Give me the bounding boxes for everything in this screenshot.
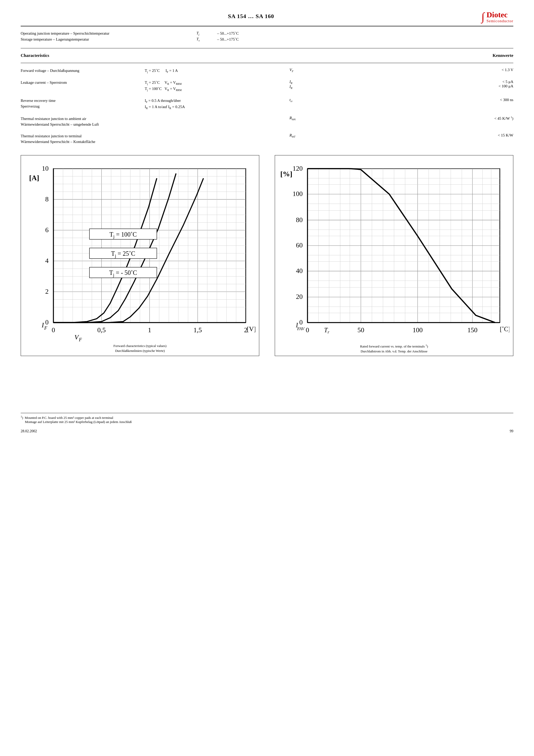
temperature-section: Operating junction temperature – Sperrsc… [21, 31, 513, 42]
char-row-rrt: Reverse recovery time Sperrverzug IF = 0… [21, 98, 513, 110]
graph-forward-caption-en: Forward characteristics (typical values) [25, 344, 255, 348]
char-symbol-tt: RthT [289, 133, 321, 138]
char-row-thermal-ambient: Thermal resistance junction to ambient a… [21, 116, 513, 127]
temp-value-tj: – 50...+175˚C [217, 31, 513, 36]
svg-text:F: F [44, 325, 47, 331]
svg-text:60: 60 [296, 241, 303, 249]
svg-text:0: 0 [299, 318, 303, 326]
char-cond-rrt: IF = 0.5 A through/über IR = 1 A to/auf … [145, 98, 289, 110]
kennwerte-title: Kennwerte [493, 53, 513, 58]
char-value-lc: < 5 μA < 100 μA [321, 80, 513, 89]
svg-text:50: 50 [358, 326, 364, 334]
svg-text:100: 100 [293, 190, 303, 198]
footer-page: 99 [510, 429, 513, 433]
graph-rated-current: 0 20 40 60 80 100 120 [%] 0 Tr 50 100 15… [275, 155, 513, 356]
svg-text:V: V [74, 333, 79, 341]
footer-date: 28.02.2002 [21, 429, 37, 433]
svg-text:F: F [79, 337, 82, 342]
svg-text:0,5: 0,5 [97, 326, 106, 334]
char-row-forward-voltage: Forward voltage – Durchlaßspannung Tj = … [21, 68, 513, 74]
svg-text:6: 6 [45, 226, 49, 233]
char-name-ta: Thermal resistance junction to ambient a… [21, 116, 145, 127]
temp-label-junction: Operating junction temperature – Sperrsc… [21, 31, 197, 36]
char-cond-fv: Tj = 25˚C IF = 1 A [145, 68, 289, 74]
svg-text:10: 10 [42, 164, 49, 172]
svg-text:120: 120 [293, 164, 303, 172]
svg-text:0: 0 [306, 326, 309, 334]
temp-symbol-tj: Tj [197, 31, 217, 36]
char-value-fv: < 1.3 V [321, 68, 513, 72]
page-header: SA 154 … SA 160 ∫ Diotec Semiconductor [21, 10, 513, 26]
svg-text:150: 150 [467, 326, 477, 334]
char-value-rrt: < 300 ns [321, 98, 513, 102]
char-name-tt: Thermal resistance junction to terminal … [21, 133, 145, 145]
char-row-thermal-terminal: Thermal resistance junction to terminal … [21, 133, 513, 145]
section-divider [21, 48, 513, 48]
graphs-section: 0 2 4 6 8 10 [A] 0 0,5 1 1,5 2 V F [V] I… [21, 155, 513, 356]
char-value-tt: < 15 K/W [321, 133, 513, 138]
svg-text:80: 80 [296, 216, 303, 223]
footnote-text-en: Mounted on P.C. board with 25 mm² copper… [25, 416, 113, 419]
graph-forward-svg: 0 2 4 6 8 10 [A] 0 0,5 1 1,5 2 V F [V] I… [25, 159, 255, 342]
footnote-content: 1) Mounted on P.C. board with 25 mm² cop… [21, 415, 513, 424]
graph-forward-caption-de: Durchlaßkennlinien (typische Werte) [25, 348, 255, 353]
svg-text:2: 2 [45, 287, 49, 295]
footnote-section: 1) Mounted on P.C. board with 25 mm² cop… [21, 413, 513, 424]
char-divider-top [21, 63, 513, 63]
temp-label-storage: Storage temperature – Lagerungstemperatu… [21, 37, 197, 41]
svg-text:1,5: 1,5 [193, 326, 202, 334]
temp-row-storage: Storage temperature – Lagerungstemperatu… [21, 37, 513, 42]
characteristics-header: Characteristics Kennwerte [21, 53, 513, 58]
svg-text:8: 8 [45, 195, 49, 203]
char-row-leakage: Leakage current – Sperrstrom Tj = 25˚C V… [21, 80, 513, 92]
svg-text:1: 1 [148, 326, 151, 334]
svg-text:FAV: FAV [297, 326, 305, 331]
characteristics-title: Characteristics [21, 53, 49, 58]
svg-text:[V]: [V] [247, 325, 255, 333]
char-value-ta: < 45 K/W 1) [321, 116, 513, 121]
svg-text:20: 20 [296, 293, 303, 300]
logo-subtitle: Semiconductor [487, 19, 513, 23]
logo-text: Diotec Semiconductor [487, 10, 513, 23]
svg-text:0: 0 [45, 318, 49, 326]
logo: ∫ Diotec Semiconductor [481, 10, 513, 23]
svg-text:0: 0 [52, 326, 55, 334]
temp-value-ts: – 50...+175˚C [217, 37, 513, 41]
char-symbol-ta: RthA [289, 116, 321, 121]
svg-text:[%]: [%] [280, 170, 292, 177]
graph-rated-caption-de: Durchlaßstrom in Abh. v.d. Temp. der Ans… [279, 349, 509, 354]
graph-rated-caption-en: Rated forward current vs. temp. of the t… [279, 344, 509, 349]
graph-forward-caption: Forward characteristics (typical values)… [25, 344, 255, 353]
logo-name: Diotec [487, 10, 513, 19]
svg-text:4: 4 [45, 257, 49, 264]
logo-symbol: ∫ [481, 11, 484, 22]
svg-text:100: 100 [413, 326, 423, 334]
graph-forward-char: 0 2 4 6 8 10 [A] 0 0,5 1 1,5 2 V F [V] I… [21, 155, 259, 356]
graph-rated-svg: 0 20 40 60 80 100 120 [%] 0 Tr 50 100 15… [279, 159, 509, 342]
char-name-rrt: Reverse recovery time Sperrverzug [21, 98, 145, 109]
svg-text:Tr: Tr [324, 326, 329, 335]
footnote-text-de: Montage auf Leiterplatte mit 25 mm² Kupf… [25, 420, 132, 424]
document-title: SA 154 … SA 160 [21, 10, 481, 20]
char-symbol-fv: VF [289, 68, 321, 73]
char-symbol-lc: IR IR [289, 80, 321, 90]
temp-symbol-ts: Ts [197, 37, 217, 42]
char-symbol-rrt: trr [289, 98, 321, 103]
char-name-fv: Forward voltage – Durchlaßspannung [21, 68, 145, 74]
svg-text:I: I [41, 321, 44, 329]
svg-text:[A]: [A] [29, 174, 39, 181]
temp-row-junction: Operating junction temperature – Sperrsc… [21, 31, 513, 36]
svg-text:40: 40 [296, 267, 303, 274]
svg-text:Tj = 25˚C: Tj = 25˚C [111, 250, 135, 258]
char-cond-lc: Tj = 25˚C VR = VRRM Tj = 100˚C VR = VRRM [145, 80, 289, 92]
svg-text:[˚C]: [˚C] [500, 326, 509, 333]
spacer [21, 366, 513, 397]
page-footer: 28.02.2002 99 [21, 429, 513, 433]
graph-rated-caption: Rated forward current vs. temp. of the t… [279, 344, 509, 354]
char-name-lc: Leakage current – Sperrstrom [21, 80, 145, 86]
